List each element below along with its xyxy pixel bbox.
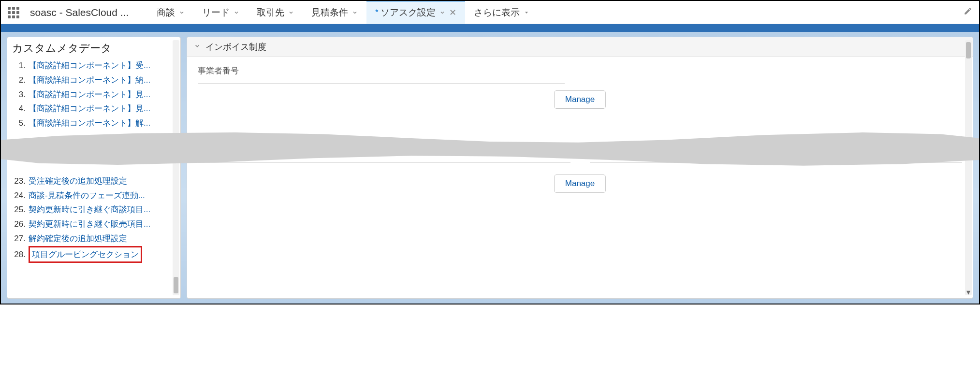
nav-item-more[interactable]: さらに表示 <box>465 1 538 24</box>
sidebar-item: 26.契約更新時に引き継ぐ販売項目... <box>12 217 176 232</box>
chevron-down-icon[interactable] <box>439 7 445 18</box>
scrollbar-thumb[interactable] <box>966 42 971 58</box>
sidebar-scrollbar[interactable] <box>173 40 179 295</box>
nav-item-label: 商談 <box>157 6 175 19</box>
chevron-down-icon[interactable] <box>234 7 239 18</box>
sidebar-item: 3.【商談詳細コンポーネント】見... <box>12 87 176 102</box>
field-underline <box>590 162 963 163</box>
nav-item-soasc-settings[interactable]: * ソアスク設定 ✕ <box>366 1 465 24</box>
sidebar-link[interactable]: 契約更新時に引き継ぐ販売項目... <box>29 217 150 232</box>
sidebar-item: 2.【商談詳細コンポーネント】納... <box>12 73 176 87</box>
sidebar-list: 1.【商談詳細コンポーネント】受... 2.【商談詳細コンポーネント】納... … <box>12 58 176 130</box>
chevron-down-icon <box>194 42 201 52</box>
field-underline <box>198 162 570 163</box>
sidebar-link[interactable]: 【商談詳細コンポーネント】解... <box>29 116 150 130</box>
sidebar-panel: カスタムメタデータ 1.【商談詳細コンポーネント】受... 2.【商談詳細コンポ… <box>7 37 181 299</box>
chevron-down-icon[interactable] <box>288 7 294 18</box>
manage-button[interactable]: Manage <box>554 174 606 193</box>
sidebar-link[interactable]: 【商談詳細コンポーネント】納... <box>29 73 150 87</box>
nav-item-account[interactable]: 取引先 <box>248 1 303 24</box>
nav-item-lead[interactable]: リード <box>193 1 248 24</box>
sidebar-item: 24.商談-見積条件のフェーズ連動... <box>12 188 176 203</box>
section-body-phase: 商談フェーズ（受注確定） 商談フェーズ（解約確定） Manage <box>187 136 973 205</box>
nav-item-label: さらに表示 <box>474 6 520 19</box>
nav-item-label: 見積条件 <box>311 6 348 19</box>
section-body-invoice: 事業者番号 Manage <box>187 57 973 121</box>
section-title: インボイス制度 <box>205 41 266 53</box>
app-launcher-icon[interactable] <box>8 7 19 18</box>
sidebar-link[interactable]: 項目グルーピングセクション <box>29 246 142 263</box>
app-title: soasc - SalesCloud ... <box>30 7 129 18</box>
sidebar-item: 27.解約確定後の追加処理設定 <box>12 232 176 246</box>
field-label-business-number: 事業者番号 <box>198 65 962 76</box>
sidebar-link[interactable]: 解約確定後の追加処理設定 <box>29 232 127 246</box>
sidebar-title: カスタムメタデータ <box>12 41 176 56</box>
global-nav: soasc - SalesCloud ... 商談 リード 取引先 見積条件 *… <box>1 1 979 24</box>
nav-item-label: 取引先 <box>257 6 284 19</box>
scroll-down-icon[interactable]: ▾ <box>965 289 972 295</box>
nav-items: 商談 リード 取引先 見積条件 * ソアスク設定 ✕ さら <box>148 1 538 24</box>
main-scrollbar[interactable]: ▾ <box>965 40 972 295</box>
sidebar-list-continued: 23.受注確定後の追加処理設定 24.商談-見積条件のフェーズ連動... 25.… <box>12 174 176 263</box>
sidebar-item: 5.【商談詳細コンポーネント】解... <box>12 116 176 130</box>
nav-item-label: リード <box>202 6 230 19</box>
nav-item-opportunity[interactable]: 商談 <box>148 1 193 24</box>
sidebar-link[interactable]: 【商談詳細コンポーネント】見... <box>29 101 150 116</box>
sidebar-item-highlighted: 28.項目グルーピングセクション <box>12 246 176 263</box>
sidebar-item: 4.【商談詳細コンポーネント】見... <box>12 101 176 116</box>
sidebar-link[interactable]: 受注確定後の追加処理設定 <box>29 174 127 188</box>
sidebar-item: 23.受注確定後の追加処理設定 <box>12 174 176 188</box>
sidebar-link[interactable]: 【商談詳細コンポーネント】見... <box>29 87 150 102</box>
chevron-down-icon[interactable] <box>524 7 529 18</box>
edit-pencil-icon[interactable] <box>964 7 972 18</box>
sidebar-item: 1.【商談詳細コンポーネント】受... <box>12 58 176 73</box>
main-panel: インボイス制度 事業者番号 Manage 商談フェーズ（受注確定） <box>187 37 973 299</box>
sidebar-link[interactable]: 【商談詳細コンポーネント】受... <box>29 58 150 73</box>
section-header-invoice[interactable]: インボイス制度 <box>187 37 973 57</box>
field-label-phase-cancel: 商談フェーズ（解約確定） <box>590 145 963 156</box>
unsaved-indicator-icon: * <box>375 8 378 17</box>
chevron-down-icon[interactable] <box>352 7 358 18</box>
nav-item-quote-conditions[interactable]: 見積条件 <box>303 1 366 24</box>
nav-item-label: ソアスク設定 <box>380 6 436 19</box>
close-tab-icon[interactable]: ✕ <box>449 7 456 18</box>
manage-button[interactable]: Manage <box>554 90 606 109</box>
chevron-down-icon[interactable] <box>179 7 185 18</box>
svg-marker-0 <box>525 12 528 14</box>
field-underline <box>198 83 565 84</box>
sidebar-link[interactable]: 契約更新時に引き継ぐ商談項目... <box>29 203 150 217</box>
sidebar-link[interactable]: 商談-見積条件のフェーズ連動... <box>29 188 145 203</box>
sidebar-item: 25.契約更新時に引き継ぐ商談項目... <box>12 203 176 217</box>
brand-band <box>1 24 979 32</box>
field-label-phase-order: 商談フェーズ（受注確定） <box>198 145 570 156</box>
scrollbar-thumb[interactable] <box>174 277 178 293</box>
